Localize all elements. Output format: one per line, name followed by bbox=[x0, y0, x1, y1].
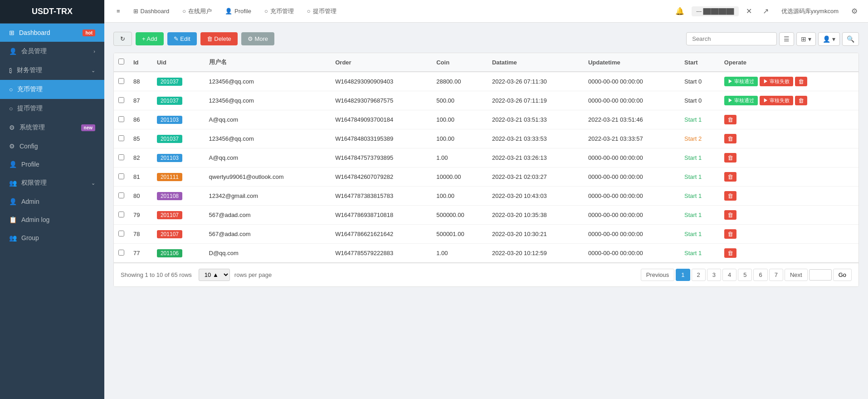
arrow-icon: ⌄ bbox=[91, 68, 95, 74]
row-checkbox[interactable] bbox=[118, 154, 124, 160]
delete-row-button[interactable]: 🗑 bbox=[724, 191, 736, 201]
start-link[interactable]: Start 1 bbox=[684, 231, 702, 237]
start-link[interactable]: Start 1 bbox=[684, 212, 702, 218]
start-link[interactable]: Start 1 bbox=[684, 173, 702, 180]
refresh-button[interactable]: ↻ bbox=[113, 32, 132, 46]
start-value: Start 0 bbox=[684, 97, 702, 104]
row-checkbox[interactable] bbox=[118, 116, 124, 122]
approve-button[interactable]: ▶ 审核通过 bbox=[724, 96, 758, 105]
topnav-dashboard[interactable]: ⊞ Dashboard bbox=[128, 4, 175, 18]
cell-coin: 100.00 bbox=[432, 129, 488, 148]
page-3-button[interactable]: 3 bbox=[707, 269, 721, 281]
topnav-profile[interactable]: 👤 Profile bbox=[219, 4, 257, 18]
cell-username: D@qq.com bbox=[205, 244, 331, 263]
close-icon[interactable]: ✕ bbox=[742, 4, 756, 18]
row-checkbox[interactable] bbox=[118, 212, 124, 217]
settings-icon[interactable]: ⚙ bbox=[848, 4, 861, 18]
sidebar-item-finance[interactable]: ₿ 财务管理 ⌄ bbox=[0, 61, 104, 80]
external-icon[interactable]: ↗ bbox=[759, 4, 772, 18]
row-checkbox[interactable] bbox=[118, 231, 124, 236]
cell-coin: 500000.00 bbox=[432, 206, 488, 225]
row-checkbox[interactable] bbox=[118, 173, 124, 179]
view-grid-button[interactable]: ⊞ ▾ bbox=[796, 32, 816, 46]
row-checkbox[interactable] bbox=[118, 250, 124, 256]
prev-button[interactable]: Previous bbox=[641, 269, 675, 281]
sidebar-item-member[interactable]: 👤 会员管理 › bbox=[0, 42, 104, 61]
delete-row-button[interactable]: 🗑 bbox=[795, 96, 807, 105]
uid-badge: 201111 bbox=[157, 173, 182, 181]
pagination-bar: Showing 1 to 10 of 65 rows 10 ▲ 25 50 ro… bbox=[114, 263, 858, 286]
page-1-button[interactable]: 1 bbox=[676, 269, 690, 281]
topnav-online-label: 在线用户 bbox=[188, 7, 212, 15]
sidebar-item-group[interactable]: 👥 Group bbox=[0, 229, 104, 247]
row-checkbox[interactable] bbox=[118, 97, 124, 103]
reject-button[interactable]: ▶ 审核失败 bbox=[760, 77, 793, 86]
delete-row-button[interactable]: 🗑 bbox=[724, 248, 736, 258]
sidebar-item-system[interactable]: ⚙ 系统管理 new bbox=[0, 118, 104, 137]
goto-input[interactable] bbox=[809, 269, 832, 281]
start-link[interactable]: Start 1 bbox=[684, 192, 702, 199]
approve-button[interactable]: ▶ 审核通过 bbox=[724, 77, 758, 86]
cell-uid: 201111 bbox=[152, 167, 205, 187]
delete-button[interactable]: 🗑 Delete bbox=[200, 32, 238, 45]
delete-row-button[interactable]: 🗑 bbox=[724, 153, 736, 163]
sidebar-item-withdraw[interactable]: ○ 提币管理 bbox=[0, 99, 104, 118]
page-5-button[interactable]: 5 bbox=[738, 269, 752, 281]
row-checkbox[interactable] bbox=[118, 78, 124, 84]
topnav-withdraw[interactable]: ○ 提币管理 bbox=[302, 4, 342, 19]
delete-row-button[interactable]: 🗑 bbox=[724, 134, 736, 143]
reject-button[interactable]: ▶ 审核失败 bbox=[760, 96, 793, 105]
view-search-button[interactable]: 🔍 bbox=[842, 32, 859, 46]
table-row: 77 201106 D@qq.com W1647785579222883 1.0… bbox=[114, 244, 858, 263]
sidebar-item-recharge[interactable]: ○ 充币管理 bbox=[0, 80, 104, 99]
edit-button[interactable]: ✎ Edit bbox=[167, 32, 197, 45]
col-operate: Operate bbox=[720, 53, 858, 72]
select-all-checkbox[interactable] bbox=[118, 59, 124, 64]
per-page-select[interactable]: 10 ▲ 25 50 bbox=[199, 269, 230, 281]
start-link[interactable]: Start 1 bbox=[684, 154, 702, 161]
delete-row-button[interactable]: 🗑 bbox=[724, 229, 736, 239]
delete-row-button[interactable]: 🗑 bbox=[795, 77, 807, 86]
start-link[interactable]: Start 1 bbox=[684, 250, 702, 256]
sidebar-item-permission[interactable]: 👥 权限管理 ⌄ bbox=[0, 173, 104, 192]
sidebar-item-admin[interactable]: 👤 Admin bbox=[0, 192, 104, 211]
page-2-button[interactable]: 2 bbox=[692, 269, 706, 281]
delete-row-button[interactable]: 🗑 bbox=[724, 210, 736, 220]
view-user-button[interactable]: 👤 ▾ bbox=[818, 32, 840, 46]
add-button[interactable]: + Add bbox=[136, 32, 164, 45]
sidebar-item-dashboard[interactable]: ⊞ Dashboard hot bbox=[0, 24, 104, 42]
sidebar-item-adminlog[interactable]: 📋 Admin log bbox=[0, 211, 104, 229]
page-6-button[interactable]: 6 bbox=[753, 269, 767, 281]
cell-operate: ▶ 审核通过 ▶ 审核失败 🗑 bbox=[720, 91, 858, 110]
go-button[interactable]: Go bbox=[833, 269, 852, 281]
sidebar-item-config[interactable]: ⚙ Config bbox=[0, 137, 104, 155]
table-row: 87 201037 123456@qq.com W164829307968757… bbox=[114, 91, 858, 110]
table-scroll[interactable]: Id Uid 用户名 Order Coin Datatime Updatetim… bbox=[114, 53, 858, 263]
cell-id: 88 bbox=[129, 72, 152, 91]
row-checkbox[interactable] bbox=[118, 135, 124, 141]
cell-start: Start 1 bbox=[680, 225, 720, 244]
delete-row-button[interactable]: 🗑 bbox=[724, 172, 736, 182]
row-checkbox[interactable] bbox=[118, 192, 124, 198]
page-7-button[interactable]: 7 bbox=[769, 269, 783, 281]
sidebar-item-label: 系统管理 bbox=[20, 123, 79, 132]
view-table-button[interactable]: ☰ bbox=[779, 32, 794, 46]
hamburger-button[interactable]: ≡ bbox=[111, 4, 126, 18]
sidebar-item-label: Group bbox=[21, 234, 95, 241]
sidebar-item-profile[interactable]: 👤 Profile bbox=[0, 155, 104, 173]
notification-icon[interactable]: 🔔 bbox=[672, 4, 688, 18]
next-button[interactable]: Next bbox=[785, 269, 808, 281]
delete-row-button[interactable]: 🗑 bbox=[724, 115, 736, 124]
topnav-recharge[interactable]: ○ 充币管理 bbox=[259, 4, 299, 19]
start-link-2[interactable]: Start 2 bbox=[684, 135, 702, 142]
col-coin: Coin bbox=[432, 53, 488, 72]
start-link[interactable]: Start 1 bbox=[684, 116, 702, 123]
cell-operate: 🗑 bbox=[720, 244, 858, 263]
table-row: 86 201103 A@qq.com W1647849093700184 100… bbox=[114, 110, 858, 129]
table-body: 88 201037 123456@qq.com W164829309090940… bbox=[114, 72, 858, 262]
sidebar-item-label: Admin bbox=[21, 198, 95, 205]
topnav-online-users[interactable]: ○ 在线用户 bbox=[177, 4, 217, 19]
more-button[interactable]: ⚙ More bbox=[241, 32, 274, 45]
search-input[interactable] bbox=[686, 32, 777, 45]
page-4-button[interactable]: 4 bbox=[722, 269, 736, 281]
